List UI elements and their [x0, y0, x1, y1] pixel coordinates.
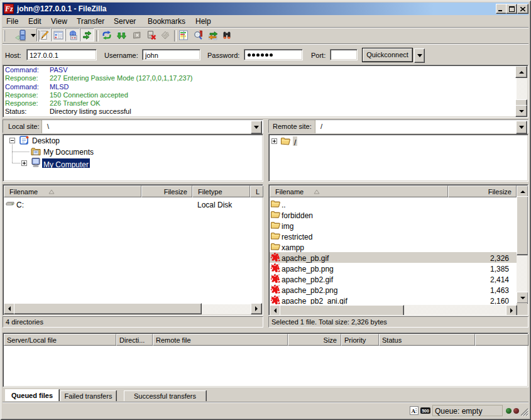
svg-text:A: A: [412, 408, 416, 414]
svg-text:Fz: Fz: [4, 4, 13, 13]
